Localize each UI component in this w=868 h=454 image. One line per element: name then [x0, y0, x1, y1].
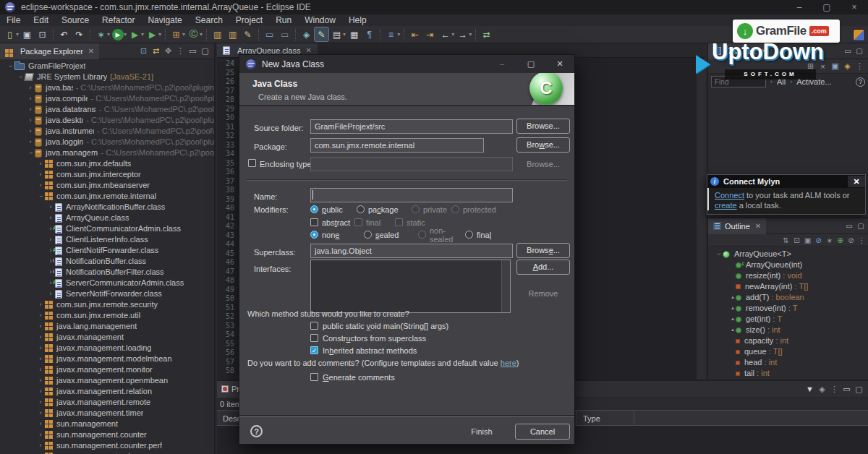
filters-icon[interactable]: ⊘ [846, 236, 856, 244]
dropdown-caret-icon[interactable]: ▾ [141, 31, 144, 38]
tree-item[interactable]: ›ArrayNotificationBuffer.class [0, 202, 214, 213]
browse-package-button[interactable]: Browse... [516, 137, 570, 153]
dialog-close-button[interactable]: ✕ [545, 59, 574, 69]
outline-item[interactable]: queue : T[] [708, 346, 868, 357]
tree-item[interactable]: ›java.base- C:\Users\MohamedPC\.p2\pool\… [0, 82, 214, 93]
modifier-option-final[interactable]: final [354, 218, 395, 227]
tab-package-explorer[interactable]: Package Explorer ✕ [0, 43, 99, 59]
tree-item[interactable]: ›java.logging- C:\Users\MohamedPC\.p2\po… [0, 137, 214, 147]
tab-task-list[interactable]: Task List ✕ [708, 43, 772, 59]
chevron-icon[interactable]: › [36, 299, 45, 310]
chevron-icon[interactable]: › [36, 375, 45, 386]
modifier-option-non-sealed[interactable]: non-sealed [418, 226, 465, 244]
outline-root-item[interactable]: ›ArrayQueue<T> [708, 249, 868, 260]
modifier-option-protected[interactable]: protected [451, 205, 496, 214]
profile-icon[interactable]: ▶ [145, 27, 159, 41]
package-field[interactable]: com.sun.jmx.remote.internal [310, 138, 484, 153]
tree-item[interactable]: ›java.compiler- C:\Users\MohamedPC\.p2\p… [0, 93, 214, 104]
modifier-option-final[interactable]: final [465, 231, 491, 239]
close-icon[interactable]: ✕ [88, 47, 94, 55]
chevron-icon[interactable]: › [36, 364, 45, 375]
new-task-icon[interactable]: ⊞ [804, 61, 817, 71]
annotations-icon[interactable]: ▤ [330, 27, 344, 41]
import-icon[interactable]: ▥ [210, 27, 224, 41]
format-editor-icon[interactable]: ✎ [315, 27, 328, 41]
tree-item[interactable]: ›java.desktop- C:\Users\MohamedPC\.p2\po… [0, 115, 214, 126]
back-icon[interactable]: ← [438, 27, 452, 41]
checkbox-generate-comments[interactable] [310, 373, 318, 381]
show-whitespace-icon[interactable]: ¶ [362, 27, 376, 41]
tree-item[interactable]: ›com.sun.jmx.remote.security [0, 299, 214, 310]
menu-project[interactable]: Project [229, 14, 269, 26]
dropdown-caret-icon[interactable]: ▾ [343, 31, 346, 38]
grid-view-icon[interactable]: ▦ [347, 27, 361, 41]
tree-item[interactable]: ›sun.management.counter [0, 429, 214, 440]
tree-item[interactable]: ›javax.management.modelmbean [0, 354, 214, 364]
maximize-view-icon[interactable]: ▢ [855, 222, 867, 230]
menu-edit[interactable]: Edit [27, 14, 55, 26]
tree-item[interactable]: ›ClientListenerInfo.class [0, 234, 214, 245]
collapse-all-icon[interactable]: ⊡ [137, 46, 150, 56]
chevron-icon[interactable]: › [36, 158, 45, 169]
minimize-view-icon[interactable]: ▭ [842, 47, 854, 55]
radio-public[interactable] [310, 205, 318, 213]
dropdown-caret-icon[interactable]: ▾ [107, 31, 110, 38]
filter-icon[interactable]: ▼ [804, 385, 816, 394]
chevron-icon[interactable]: › [36, 180, 45, 191]
dropdown-caret-icon[interactable]: ▾ [182, 31, 185, 38]
view-menu-icon[interactable]: ⋮ [854, 61, 866, 71]
java-perspective-button[interactable] [853, 29, 865, 41]
mark-occurrences-icon[interactable]: ◈ [299, 27, 313, 41]
view-menu-icon[interactable]: ⋮ [174, 46, 187, 56]
chevron-icon[interactable]: › [36, 354, 45, 364]
tree-item[interactable]: ›com.sun.jmx.interceptor [0, 169, 214, 180]
menu-window[interactable]: Window [298, 14, 342, 26]
menu-refactor[interactable]: Refactor [95, 14, 141, 26]
hide-local-types-icon[interactable]: ⊕ [835, 236, 846, 244]
tree-item[interactable]: ›javax.management [0, 332, 214, 343]
maximize-icon[interactable]: ▢ [199, 46, 211, 56]
last-edit-location-icon[interactable]: ⇤ [408, 27, 422, 41]
run-icon[interactable]: ▶ [112, 29, 124, 40]
tree-item[interactable]: ›javax.management.openmbean [0, 375, 214, 386]
tree-item[interactable]: ›com.sun.jmx.remote.internal [0, 191, 214, 202]
help-button[interactable]: ? [250, 425, 263, 437]
hide-non-public-icon[interactable]: ∗ [824, 236, 835, 244]
checkbox-final[interactable] [354, 218, 362, 226]
chevron-icon[interactable]: › [36, 451, 45, 454]
chevron-icon[interactable]: › [36, 332, 45, 343]
checkbox-public[interactable] [310, 322, 318, 330]
scheduled-icon[interactable]: ▣ [829, 61, 841, 71]
view-menu-icon[interactable]: ⋮ [856, 236, 867, 244]
new-wizard-icon[interactable]: ▯ [3, 27, 17, 41]
tree-item[interactable]: ›javax.management.remote [0, 397, 214, 408]
tree-item[interactable]: ›JRE System Library[JavaSE-21] [0, 72, 214, 82]
minimize-icon[interactable]: ▭ [187, 46, 199, 56]
tree-item[interactable]: ›sun.management [0, 419, 214, 429]
chevron-icon[interactable]: › [36, 397, 45, 408]
outline-item[interactable]: ▲get(int) : T [708, 314, 868, 325]
sort-icon[interactable]: ⇅ [780, 236, 791, 244]
coverage-icon[interactable]: ▶ [128, 27, 142, 41]
minimize-view-icon[interactable]: ▭ [843, 222, 855, 230]
tree-item[interactable]: ›java.datatransfer- C:\Users\MohamedPC\.… [0, 104, 214, 115]
stub-option[interactable]: Constructors from superclass [310, 332, 448, 344]
save-icon[interactable]: ▣ [20, 27, 34, 41]
stub-option[interactable]: public static void main(String[] args) [310, 320, 448, 332]
chevron-icon[interactable]: › [26, 126, 35, 137]
tab-outline[interactable]: Outline ✕ [708, 218, 766, 234]
chevron-icon[interactable]: › [36, 386, 45, 397]
close-icon[interactable]: ✕ [305, 46, 311, 54]
outline-item[interactable]: capacity : int [708, 335, 868, 346]
collapse-all-icon[interactable]: ⊡ [791, 236, 802, 244]
chevron-icon[interactable]: › [46, 288, 55, 299]
external-tools-icon[interactable]: ∗ [94, 27, 108, 41]
outline-item[interactable]: resize(int) : void [708, 270, 868, 281]
radio-non-sealed[interactable] [418, 231, 426, 239]
tree-item[interactable]: ›com.sun.jmx.mbeanserver [0, 180, 214, 191]
tree-item[interactable]: ›sun.management.counter.perf [0, 440, 214, 451]
maximize-icon[interactable]: ▢ [853, 385, 865, 394]
configure-templates-link[interactable]: here [501, 359, 516, 367]
modifier-option-abstract[interactable]: abstract [310, 218, 354, 227]
modifier-option-sealed[interactable]: sealed [364, 231, 418, 239]
